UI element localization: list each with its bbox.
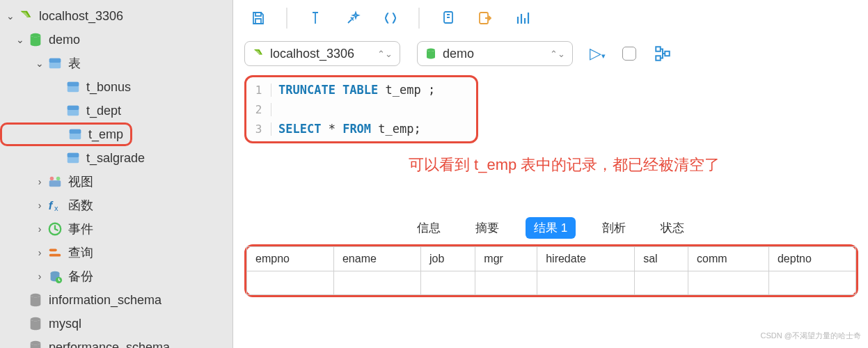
table-row — [247, 271, 856, 295]
checkbox[interactable] — [622, 47, 636, 61]
events-label: 事件 — [68, 221, 93, 237]
export-icon[interactable] — [475, 8, 495, 28]
connection-selector[interactable]: localhost_3306 ⌃⌄ — [244, 41, 400, 66]
chevron-down-icon: ⌄ — [14, 33, 26, 46]
database-node[interactable]: mysql — [0, 312, 232, 335]
svg-rect-14 — [255, 19, 261, 24]
tab-info[interactable]: 信息 — [409, 217, 449, 239]
table-icon — [65, 79, 81, 95]
table-label: t_salgrade — [86, 151, 145, 166]
column-header[interactable]: job — [420, 247, 475, 271]
functions-label: 函数 — [68, 197, 93, 214]
selector-row: localhost_3306 ⌃⌄ demo ⌃⌄ ▷▾ — [233, 36, 868, 71]
column-header[interactable]: hiredate — [537, 247, 635, 271]
result-tabs: 信息 摘要 结果 1 剖析 状态 — [233, 175, 868, 239]
database-icon — [28, 32, 43, 47]
chevron-right-icon: › — [33, 175, 46, 188]
views-folder[interactable]: › 视图 — [0, 170, 232, 193]
result-table[interactable]: empno ename job mgr hiredate sal comm de… — [246, 246, 856, 295]
functions-folder[interactable]: › 函数 — [0, 193, 232, 217]
queries-folder[interactable]: › 查询 — [0, 241, 232, 264]
database-node[interactable]: ⌄ demo — [0, 28, 232, 52]
database-label: mysql — [49, 317, 81, 331]
view-icon — [47, 174, 63, 189]
dropdown-caret-icon: ⌃⌄ — [377, 49, 393, 59]
database-label: information_schema — [49, 293, 161, 308]
svg-rect-18 — [656, 56, 661, 61]
column-header[interactable]: mgr — [475, 247, 537, 271]
tab-result-1[interactable]: 结果 1 — [526, 217, 576, 239]
sidebar: ⌄ localhost_3306 ⌄ demo ⌄ 表 t_bonus t_de… — [0, 0, 233, 348]
table-item-selected[interactable]: t_emp — [0, 122, 132, 146]
column-header[interactable]: comm — [688, 247, 769, 271]
table-label: t_dept — [86, 104, 121, 118]
column-header[interactable]: deptno — [768, 247, 855, 271]
database-icon — [28, 340, 43, 348]
tables-label: 表 — [68, 55, 81, 72]
format-icon[interactable] — [306, 8, 325, 28]
table-icon — [68, 127, 83, 142]
column-header[interactable]: ename — [333, 247, 420, 271]
navicat-icon — [18, 8, 33, 24]
connection-node[interactable]: ⌄ localhost_3306 — [0, 4, 232, 28]
views-label: 视图 — [68, 173, 93, 190]
database-label: performance_schema — [49, 340, 170, 349]
database-selector[interactable]: demo ⌃⌄ — [417, 41, 573, 66]
backup-icon — [47, 269, 63, 284]
table-label: t_emp — [88, 127, 123, 142]
editor-area: 1TRUNCATE TABLE t_emp ; 2 3SELECT * FROM… — [233, 71, 868, 175]
copy-icon[interactable] — [438, 8, 457, 28]
svg-rect-13 — [255, 13, 261, 16]
tab-profile[interactable]: 剖析 — [594, 217, 634, 239]
table-icon — [47, 56, 63, 71]
dropdown-caret-icon: ⌃⌄ — [550, 49, 565, 59]
table-icon — [65, 150, 81, 166]
column-header[interactable]: empno — [247, 247, 334, 271]
backup-label: 备份 — [68, 268, 93, 285]
chevron-right-icon: › — [33, 223, 46, 235]
annotation-text: 可以看到 t_emp 表中的记录，都已经被清空了 — [409, 155, 857, 175]
queries-label: 查询 — [68, 244, 93, 261]
chevron-right-icon: › — [33, 199, 46, 212]
result-table-wrap: empno ename job mgr hiredate sal comm de… — [244, 244, 858, 297]
tables-folder[interactable]: ⌄ 表 — [0, 52, 232, 75]
svg-rect-19 — [665, 52, 670, 56]
watermark: CSDN @不渴望力量的哈士奇 — [761, 331, 861, 341]
run-button[interactable]: ▷▾ — [590, 45, 606, 63]
tab-summary[interactable]: 摘要 — [467, 217, 507, 239]
function-icon — [47, 198, 63, 213]
explain-icon[interactable] — [653, 44, 672, 63]
backup-folder[interactable]: › 备份 — [0, 264, 232, 288]
beautify-icon[interactable] — [343, 8, 363, 28]
table-item[interactable]: t_dept — [0, 99, 232, 122]
chart-icon[interactable] — [513, 8, 532, 28]
database-icon — [28, 292, 43, 308]
clock-icon — [47, 221, 63, 237]
database-label: demo — [49, 33, 80, 47]
database-node[interactable]: information_schema — [0, 288, 232, 312]
table-item[interactable]: t_bonus — [0, 75, 232, 99]
table-item[interactable]: t_salgrade — [0, 146, 232, 170]
events-folder[interactable]: › 事件 — [0, 217, 232, 241]
sql-editor[interactable]: 1TRUNCATE TABLE t_emp ; 2 3SELECT * FROM… — [244, 75, 478, 143]
connection-selector-label: localhost_3306 — [270, 47, 354, 61]
connection-label: localhost_3306 — [39, 9, 123, 24]
main-panel: localhost_3306 ⌃⌄ demo ⌃⌄ ▷▾ 1TRUNCATE T… — [233, 0, 868, 348]
query-icon — [47, 245, 63, 260]
chevron-down-icon: ⌄ — [4, 10, 17, 22]
column-header[interactable]: sal — [635, 247, 688, 271]
save-icon[interactable] — [248, 8, 268, 28]
tab-status[interactable]: 状态 — [652, 217, 693, 239]
chevron-right-icon: › — [33, 270, 46, 283]
database-icon — [28, 316, 43, 331]
brackets-icon[interactable] — [381, 8, 400, 28]
table-label: t_bonus — [86, 80, 131, 95]
chevron-right-icon: › — [33, 246, 46, 259]
toolbar — [233, 0, 868, 36]
svg-rect-17 — [656, 47, 661, 52]
database-selector-label: demo — [443, 47, 474, 61]
chevron-down-icon: ⌄ — [33, 57, 46, 70]
database-node[interactable]: performance_schema — [0, 335, 232, 348]
table-icon — [65, 103, 81, 118]
